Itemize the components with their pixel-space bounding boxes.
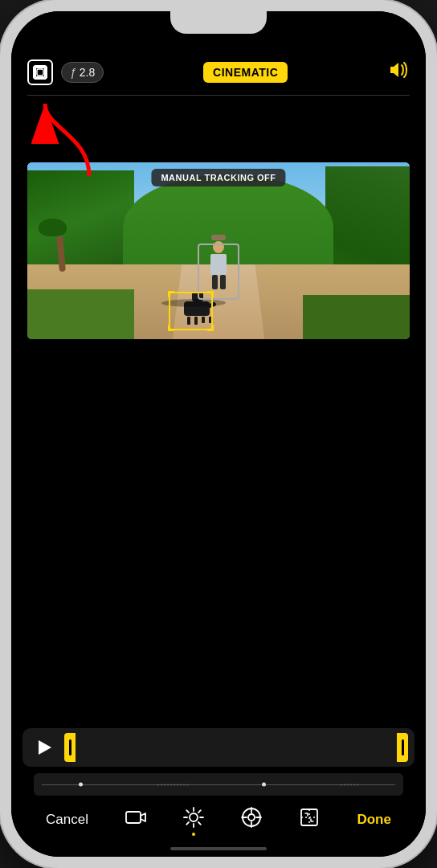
aperture-badge[interactable]: ƒ 2.8 <box>61 62 104 83</box>
phone-notch <box>170 11 267 34</box>
done-label: Done <box>357 812 391 828</box>
timeline-bracket-left[interactable] <box>64 733 76 762</box>
bracket-grip-right <box>402 739 404 755</box>
home-indicator <box>170 847 267 850</box>
video-scene: MANUAL TRACKING OFF <box>27 162 410 339</box>
cinematic-camera-button[interactable] <box>125 809 146 831</box>
bracket-grip-left <box>69 739 71 755</box>
video-area: MANUAL TRACKING OFF <box>11 96 426 406</box>
scrubber-bar[interactable] <box>34 773 403 796</box>
cinematic-camera-icon <box>125 809 146 831</box>
phone-screen: ƒ 2.8 CINEMATIC <box>11 11 426 857</box>
scrubber-line <box>42 784 395 785</box>
svg-point-14 <box>248 814 255 821</box>
transform-button[interactable] <box>299 807 320 833</box>
left-grass <box>27 289 134 339</box>
cancel-label: Cancel <box>46 812 88 828</box>
scrubber-marker-1 <box>79 783 83 787</box>
tracking-tooltip: MANUAL TRACKING OFF <box>151 169 285 186</box>
cinematic-badge: CINEMATIC <box>203 62 288 83</box>
person <box>210 235 227 289</box>
volume-icon[interactable] <box>387 60 410 84</box>
svg-rect-1 <box>37 69 43 76</box>
phone-frame: ƒ 2.8 CINEMATIC <box>0 0 437 868</box>
tracking-icon-button[interactable] <box>27 59 53 85</box>
svg-line-11 <box>198 810 201 813</box>
aperture-prefix: ƒ <box>70 66 76 79</box>
done-button[interactable]: Done <box>357 812 391 828</box>
scrubber-marker-2 <box>262 783 266 787</box>
adjust-button[interactable] <box>183 807 204 833</box>
tracking-circle-icon <box>241 807 262 833</box>
timeline-row <box>22 728 415 767</box>
adjust-active-dot <box>192 833 195 836</box>
spacer <box>11 406 426 716</box>
transform-icon <box>299 807 320 833</box>
aperture-value: 2.8 <box>80 66 95 79</box>
dog <box>184 292 212 325</box>
screen: ƒ 2.8 CINEMATIC <box>11 11 426 857</box>
top-bar-left: ƒ 2.8 <box>27 59 104 85</box>
svg-rect-3 <box>126 812 141 823</box>
adjust-icon <box>183 807 204 833</box>
tracking-button[interactable] <box>241 807 262 833</box>
right-grass <box>303 295 410 339</box>
video-frame[interactable]: MANUAL TRACKING OFF <box>27 162 410 339</box>
svg-line-12 <box>186 822 189 825</box>
svg-point-4 <box>190 813 198 821</box>
timeline-section <box>11 715 426 796</box>
svg-line-10 <box>198 822 201 825</box>
timeline-bracket-right[interactable] <box>397 733 408 762</box>
svg-line-9 <box>186 810 189 813</box>
palm-frond-1 <box>39 219 67 236</box>
cancel-button[interactable]: Cancel <box>46 812 88 828</box>
play-button[interactable] <box>29 733 58 762</box>
svg-rect-0 <box>34 66 47 79</box>
play-triangle-icon <box>39 740 51 755</box>
